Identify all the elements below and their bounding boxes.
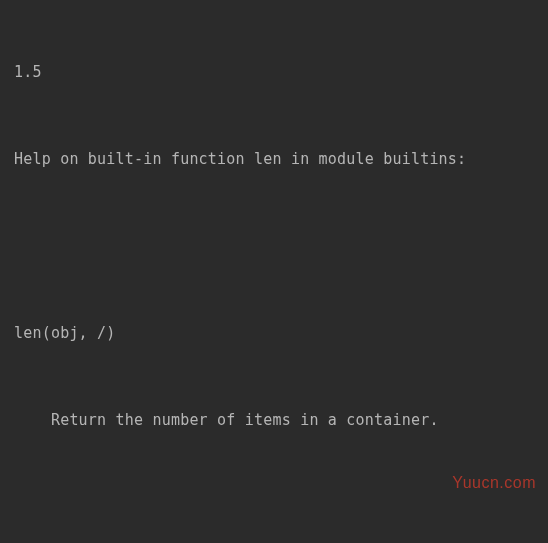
output-line: 1.5 <box>14 58 534 87</box>
output-line: Help on built-in function len in module … <box>14 145 534 174</box>
console-output[interactable]: 1.5 Help on built-in function len in mod… <box>0 0 548 543</box>
output-line <box>14 232 534 261</box>
output-line <box>14 493 534 522</box>
watermark-text: Yuucn.com <box>452 468 536 497</box>
output-line: len(obj, /) <box>14 319 534 348</box>
output-line: Return the number of items in a containe… <box>14 406 534 435</box>
